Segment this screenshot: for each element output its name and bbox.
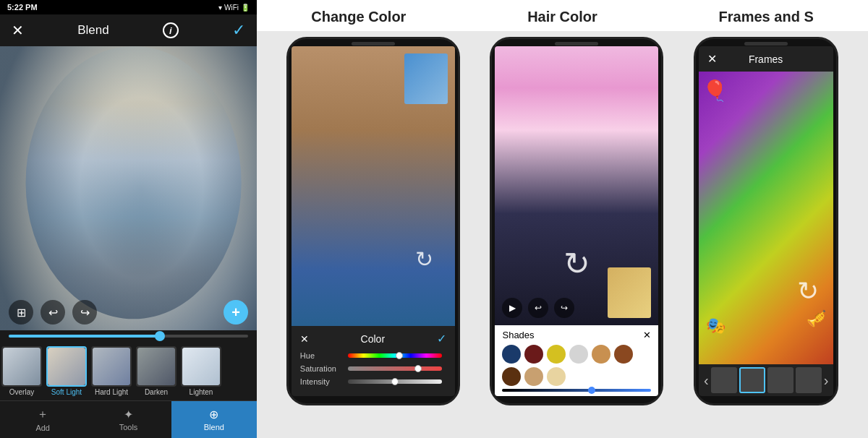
- layers-button[interactable]: ⊞: [9, 300, 33, 325]
- color-panel-close[interactable]: ✕: [300, 333, 309, 345]
- frame-thumb-3[interactable]: [767, 367, 793, 393]
- shades-close[interactable]: ✕: [643, 330, 651, 340]
- phone2-notch: [555, 42, 598, 46]
- frame-thumb-1[interactable]: [711, 367, 737, 393]
- blend-slider-container: [0, 330, 257, 342]
- frame-thumb-2[interactable]: [739, 367, 765, 393]
- phone2-redo-btn[interactable]: ↪: [554, 298, 574, 318]
- opacity-track[interactable]: [9, 335, 248, 338]
- phone3-screen: ✕ Frames 🎈 🎭 🎺 ↻: [699, 46, 833, 396]
- shade-brown[interactable]: [614, 345, 633, 364]
- hue-row: Hue: [300, 351, 446, 360]
- color-panel-header: ✕ Color ✓: [300, 332, 446, 345]
- info-button[interactable]: i: [163, 22, 179, 38]
- wifi-icon: ▾: [218, 4, 222, 12]
- intensity-thumb[interactable]: [391, 378, 399, 385]
- hair-color-phone: ↻ ▶ ↩ ↪ Shades ✕: [490, 37, 663, 405]
- saturation-row: Saturation: [300, 364, 446, 373]
- shade-copper[interactable]: [592, 345, 610, 364]
- blend-mode-lighten[interactable]: Lighten: [179, 345, 223, 398]
- nav-tools[interactable]: ✦ Tools: [85, 401, 171, 438]
- saturation-slider[interactable]: [348, 366, 442, 371]
- undo-icon: ↩: [48, 306, 58, 319]
- redo-button[interactable]: ↪: [72, 300, 97, 325]
- nav-add[interactable]: ＋ Add: [0, 401, 85, 438]
- frames-phone: ✕ Frames 🎈 🎭 🎺 ↻: [694, 37, 838, 405]
- hue-thumb[interactable]: [396, 352, 403, 359]
- frames-thumbnails: ‹ ›: [699, 364, 833, 396]
- signal-icon: WiFi: [224, 4, 239, 12]
- frame-thumb-4[interactable]: [796, 367, 822, 393]
- shades-slider-thumb[interactable]: [588, 387, 595, 394]
- confirm-button[interactable]: ✓: [232, 21, 245, 40]
- color-panel-confirm[interactable]: ✓: [437, 332, 446, 345]
- shade-dark-blue[interactable]: [502, 345, 521, 364]
- phone1-screen: ↻ ✕ Color ✓ Hue: [292, 46, 455, 396]
- slider-thumb[interactable]: [155, 331, 165, 341]
- shade-dark-red[interactable]: [524, 345, 543, 364]
- blend-header: ✕ Blend i ✓: [0, 14, 257, 46]
- shade-blonde[interactable]: [547, 367, 566, 386]
- undo-button[interactable]: ↩: [41, 300, 65, 325]
- frames-title: Frames: [749, 53, 783, 65]
- add-nav-icon: ＋: [37, 407, 48, 422]
- overlay-label: Overlay: [9, 388, 34, 396]
- darken-label: Darken: [145, 388, 168, 396]
- selection-arrow-icon: ↻: [563, 245, 590, 282]
- darken-thumb-wrap: [136, 346, 176, 387]
- intensity-slider[interactable]: [348, 379, 442, 384]
- frames-close[interactable]: ✕: [707, 52, 717, 66]
- phone3-notch: [744, 42, 788, 46]
- panel-title: Blend: [77, 23, 109, 38]
- overlay-thumb-wrap: [1, 346, 42, 387]
- nav-blend[interactable]: ⊕ Blend: [171, 401, 257, 438]
- shades-panel: Shades ✕: [495, 325, 658, 396]
- shade-silver[interactable]: [569, 345, 588, 364]
- blend-mode-darken[interactable]: Darken: [135, 345, 178, 398]
- phone1-notch: [352, 42, 395, 46]
- frames-header: ✕ Frames: [699, 46, 833, 72]
- right-panels: Change Color Hair Color Frames and S ↻: [257, 0, 868, 438]
- lighten-label: Lighten: [190, 388, 213, 396]
- phone2-screen: ↻ ▶ ↩ ↪ Shades ✕: [495, 46, 658, 396]
- mask-decoration: 🎭: [706, 317, 726, 335]
- intensity-label: Intensity: [300, 377, 344, 386]
- info-icon: i: [169, 25, 172, 36]
- add-icon: +: [231, 304, 240, 321]
- canvas-left-icons: ⊞ ↩ ↪: [9, 300, 97, 325]
- frames-main-image: 🎈 🎭 🎺 ↻: [699, 72, 833, 364]
- canvas-controls: ⊞ ↩ ↪ +: [0, 300, 257, 325]
- phone2-playback-controls: ▶ ↩ ↪: [502, 298, 574, 318]
- phone2-main-image: ↻ ▶ ↩ ↪: [495, 46, 658, 325]
- shades-intensity-slider[interactable]: [502, 389, 651, 392]
- hue-slider[interactable]: [348, 353, 442, 358]
- redo-icon: ↪: [80, 306, 90, 319]
- saturation-thumb[interactable]: [414, 365, 422, 372]
- phone2-undo-btn[interactable]: ↩: [528, 298, 548, 318]
- close-button[interactable]: ✕: [12, 22, 24, 39]
- nav-blend-label: Blend: [204, 423, 224, 431]
- shade-light-brown[interactable]: [524, 367, 543, 386]
- phone2-content: ↻ ▶ ↩ ↪ Shades ✕: [495, 46, 658, 396]
- trumpet-decoration: 🎺: [807, 309, 826, 328]
- add-layer-button[interactable]: +: [224, 300, 248, 325]
- blend-nav-icon: ⊕: [209, 408, 218, 421]
- soft-light-label: Soft Light: [51, 388, 82, 396]
- shades-title: Shades: [502, 330, 534, 340]
- shade-gold[interactable]: [547, 345, 566, 364]
- status-icons: ▾ WiFi 🔋: [218, 4, 250, 12]
- layers-icon: ⊞: [17, 306, 26, 319]
- blend-mode-overlay[interactable]: Overlay: [0, 345, 43, 398]
- shade-dark-brown[interactable]: [502, 367, 521, 386]
- rotate-icon: ↻: [415, 246, 444, 275]
- nav-tools-label: Tools: [119, 423, 138, 431]
- frames-prev-icon[interactable]: ‹: [704, 372, 709, 389]
- blend-mode-hard-light[interactable]: Hard Light: [90, 345, 133, 398]
- phone3-content: ✕ Frames 🎈 🎭 🎺 ↻: [699, 46, 833, 396]
- blend-mode-soft-light[interactable]: Soft Light: [45, 345, 88, 398]
- blend-modes-strip: Overlay Soft Light Hard Light Darken Lig…: [0, 342, 257, 400]
- phones-showcase-row: ↻ ✕ Color ✓ Hue: [257, 31, 868, 438]
- phone2-play-btn[interactable]: ▶: [502, 298, 522, 318]
- phone1-content: ↻ ✕ Color ✓ Hue: [292, 46, 455, 396]
- frames-next-icon[interactable]: ›: [824, 372, 829, 389]
